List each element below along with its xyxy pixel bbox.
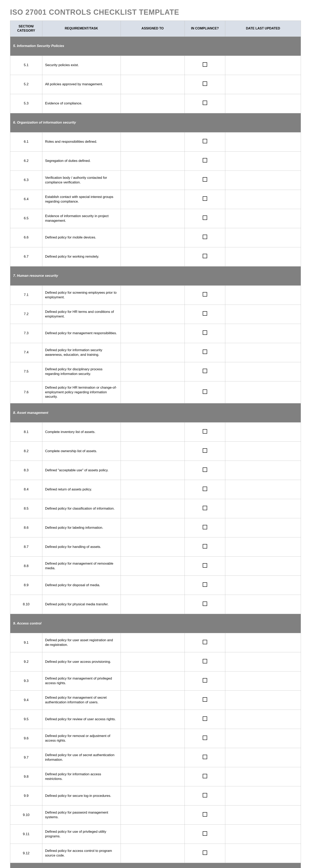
row-assigned[interactable] [121, 767, 185, 786]
row-assigned[interactable] [121, 132, 185, 151]
row-date[interactable] [225, 461, 301, 480]
row-assigned[interactable] [121, 748, 185, 767]
checkbox-icon[interactable] [203, 793, 207, 798]
row-date[interactable] [225, 767, 301, 786]
row-date[interactable] [225, 305, 301, 324]
row-date[interactable] [225, 672, 301, 691]
checkbox-icon[interactable] [203, 755, 207, 759]
checkbox-icon[interactable] [203, 831, 207, 836]
row-assigned[interactable] [121, 729, 185, 748]
row-date[interactable] [225, 423, 301, 442]
row-date[interactable] [225, 499, 301, 518]
checkbox-icon[interactable] [203, 139, 207, 143]
checkbox-icon[interactable] [203, 601, 207, 606]
checkbox-icon[interactable] [203, 640, 207, 644]
row-assigned[interactable] [121, 786, 185, 806]
row-assigned[interactable] [121, 537, 185, 557]
row-date[interactable] [225, 94, 301, 113]
checkbox-icon[interactable] [203, 82, 207, 86]
row-assigned[interactable] [121, 442, 185, 461]
checkbox-icon[interactable] [203, 659, 207, 663]
row-date[interactable] [225, 381, 301, 403]
row-date[interactable] [225, 324, 301, 343]
row-date[interactable] [225, 633, 301, 652]
row-date[interactable] [225, 825, 301, 844]
row-assigned[interactable] [121, 285, 185, 305]
row-date[interactable] [225, 170, 301, 190]
row-date[interactable] [225, 56, 301, 75]
checkbox-icon[interactable] [203, 429, 207, 434]
checkbox-icon[interactable] [203, 563, 207, 568]
row-assigned[interactable] [121, 499, 185, 518]
row-date[interactable] [225, 75, 301, 94]
row-assigned[interactable] [121, 710, 185, 729]
checkbox-icon[interactable] [203, 62, 207, 67]
row-assigned[interactable] [121, 228, 185, 247]
row-assigned[interactable] [121, 461, 185, 480]
checkbox-icon[interactable] [203, 467, 207, 472]
row-date[interactable] [225, 844, 301, 863]
row-assigned[interactable] [121, 825, 185, 844]
checkbox-icon[interactable] [203, 544, 207, 549]
row-assigned[interactable] [121, 75, 185, 94]
row-assigned[interactable] [121, 595, 185, 614]
row-date[interactable] [225, 285, 301, 305]
row-assigned[interactable] [121, 94, 185, 113]
row-assigned[interactable] [121, 343, 185, 362]
checkbox-icon[interactable] [203, 736, 207, 740]
row-assigned[interactable] [121, 362, 185, 381]
checkbox-icon[interactable] [203, 774, 207, 778]
checkbox-icon[interactable] [203, 812, 207, 816]
checkbox-icon[interactable] [203, 254, 207, 258]
checkbox-icon[interactable] [203, 158, 207, 162]
row-date[interactable] [225, 362, 301, 381]
row-assigned[interactable] [121, 480, 185, 499]
row-assigned[interactable] [121, 518, 185, 537]
row-assigned[interactable] [121, 324, 185, 343]
row-assigned[interactable] [121, 652, 185, 672]
row-assigned[interactable] [121, 151, 185, 170]
checkbox-icon[interactable] [203, 582, 207, 587]
row-assigned[interactable] [121, 844, 185, 863]
checkbox-icon[interactable] [203, 850, 207, 855]
checkbox-icon[interactable] [203, 235, 207, 239]
row-date[interactable] [225, 786, 301, 806]
row-date[interactable] [225, 576, 301, 595]
checkbox-icon[interactable] [203, 369, 207, 373]
row-date[interactable] [225, 518, 301, 537]
row-date[interactable] [225, 247, 301, 266]
row-date[interactable] [225, 190, 301, 209]
row-date[interactable] [225, 442, 301, 461]
row-assigned[interactable] [121, 170, 185, 190]
row-assigned[interactable] [121, 806, 185, 825]
row-date[interactable] [225, 228, 301, 247]
row-date[interactable] [225, 729, 301, 748]
checkbox-icon[interactable] [203, 716, 207, 721]
row-date[interactable] [225, 806, 301, 825]
row-assigned[interactable] [121, 423, 185, 442]
checkbox-icon[interactable] [203, 349, 207, 354]
row-assigned[interactable] [121, 672, 185, 691]
checkbox-icon[interactable] [203, 448, 207, 453]
checkbox-icon[interactable] [203, 177, 207, 182]
row-assigned[interactable] [121, 557, 185, 576]
row-date[interactable] [225, 537, 301, 557]
checkbox-icon[interactable] [203, 101, 207, 105]
row-assigned[interactable] [121, 209, 185, 228]
checkbox-icon[interactable] [203, 697, 207, 702]
row-assigned[interactable] [121, 56, 185, 75]
row-date[interactable] [225, 480, 301, 499]
checkbox-icon[interactable] [203, 331, 207, 335]
checkbox-icon[interactable] [203, 525, 207, 529]
checkbox-icon[interactable] [203, 390, 207, 394]
checkbox-icon[interactable] [203, 487, 207, 491]
row-date[interactable] [225, 691, 301, 710]
row-date[interactable] [225, 151, 301, 170]
row-assigned[interactable] [121, 190, 185, 209]
row-date[interactable] [225, 209, 301, 228]
checkbox-icon[interactable] [203, 678, 207, 683]
row-date[interactable] [225, 652, 301, 672]
checkbox-icon[interactable] [203, 216, 207, 220]
row-assigned[interactable] [121, 305, 185, 324]
checkbox-icon[interactable] [203, 506, 207, 510]
